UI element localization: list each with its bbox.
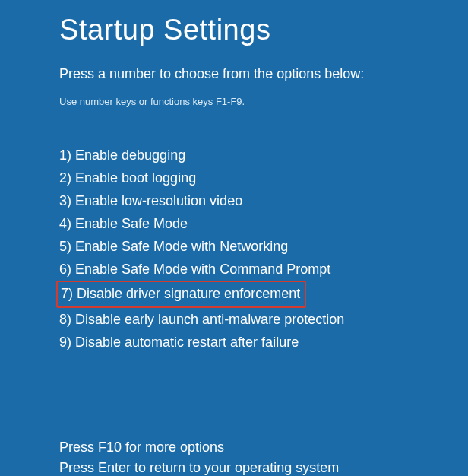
option-9-num: 9 — [59, 335, 67, 350]
option-2-num: 2 — [59, 170, 67, 186]
options-list: 1) Enable debugging 2) Enable boot loggi… — [59, 144, 468, 354]
page-title: Startup Settings — [59, 14, 468, 46]
option-2[interactable]: 2) Enable boot logging — [59, 167, 196, 189]
footer-more-options: Press F10 for more options — [59, 437, 468, 458]
option-5[interactable]: 5) Enable Safe Mode with Networking — [59, 235, 288, 258]
subtitle: Press a number to choose from the option… — [59, 66, 468, 82]
option-2-label: Enable boot logging — [75, 170, 196, 186]
option-8-num: 8 — [59, 312, 67, 327]
option-4[interactable]: 4) Enable Safe Mode — [59, 212, 188, 235]
option-6-num: 6 — [59, 262, 67, 277]
option-5-num: 5 — [59, 239, 67, 254]
hint-text: Use number keys or functions keys F1-F9. — [59, 96, 468, 107]
option-3-num: 3 — [59, 193, 67, 208]
option-1-num: 1 — [59, 148, 67, 163]
option-7-label: Disable driver signature enforcement — [77, 286, 300, 301]
option-7-num: 7 — [61, 286, 68, 301]
option-8-label: Disable early launch anti-malware protec… — [75, 312, 344, 327]
option-1[interactable]: 1) Enable debugging — [59, 144, 185, 167]
option-3[interactable]: 3) Enable low-resolution video — [59, 189, 242, 212]
startup-settings-screen: Startup Settings Press a number to choos… — [0, 0, 468, 476]
option-3-label: Enable low-resolution video — [75, 193, 242, 208]
option-4-label: Enable Safe Mode — [75, 216, 188, 231]
option-5-label: Enable Safe Mode with Networking — [75, 239, 288, 254]
option-7[interactable]: 7) Disable driver signature enforcement — [56, 281, 306, 308]
option-6-label: Enable Safe Mode with Command Prompt — [75, 262, 330, 277]
option-1-label: Enable debugging — [75, 148, 185, 163]
option-9[interactable]: 9) Disable automatic restart after failu… — [59, 331, 299, 354]
option-8[interactable]: 8) Disable early launch anti-malware pro… — [59, 308, 344, 331]
option-4-num: 4 — [59, 216, 67, 231]
option-9-label: Disable automatic restart after failure — [75, 335, 299, 350]
footer-return: Press Enter to return to your operating … — [59, 458, 468, 476]
option-6[interactable]: 6) Enable Safe Mode with Command Prompt — [59, 258, 330, 281]
